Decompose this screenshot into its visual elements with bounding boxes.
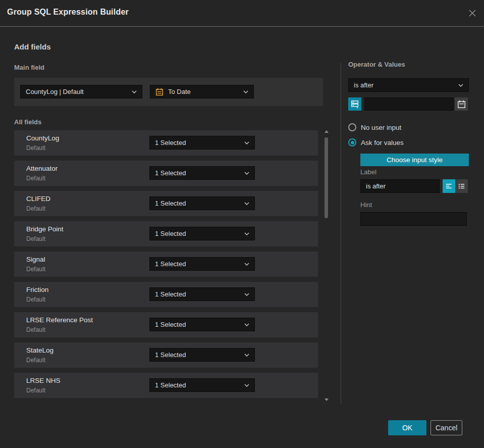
align-left-icon <box>445 182 453 190</box>
list-item: StateLog Default 1 Selected <box>14 342 318 368</box>
list-item: CountyLog Default 1 Selected <box>14 130 318 156</box>
value-input[interactable] <box>364 97 454 111</box>
field-values-select-value: 1 Selected <box>155 290 186 298</box>
list-scrollbar <box>324 129 330 402</box>
close-button[interactable] <box>467 8 478 19</box>
field-values-select[interactable]: 1 Selected <box>149 196 255 210</box>
dialog-title: Group SQL Expression Builder <box>7 8 129 17</box>
field-subtitle: Default <box>26 235 45 242</box>
bulleted-list-icon <box>458 182 465 190</box>
list-item: Signal Default 1 Selected <box>14 252 318 277</box>
field-values-select[interactable]: 1 Selected <box>149 227 255 240</box>
field-subtitle: Default <box>26 175 45 182</box>
calendar-picker-button[interactable] <box>455 97 468 111</box>
chevron-down-icon <box>244 323 249 326</box>
label-input[interactable] <box>360 179 440 193</box>
radio-ask-for-values[interactable]: Ask for values <box>348 138 404 146</box>
list-item: Friction Default 1 Selected <box>14 282 318 307</box>
list-item: Attenuator Default 1 Selected <box>14 161 318 186</box>
field-name: Attenuator <box>26 165 58 172</box>
field-subtitle: Default <box>26 266 45 273</box>
radio-ask-for-values-label: Ask for values <box>361 139 404 146</box>
field-values-select[interactable]: 1 Selected <box>149 348 255 362</box>
radio-no-user-input[interactable]: No user input <box>348 123 401 131</box>
calendar-icon <box>155 88 164 96</box>
chevron-down-icon <box>244 263 249 266</box>
hint-input[interactable] <box>360 212 467 226</box>
dialog-titlebar: Group SQL Expression Builder <box>0 0 484 27</box>
field-values-select[interactable]: 1 Selected <box>149 166 255 180</box>
input-type-button[interactable] <box>348 97 361 111</box>
list-item: CLIFED Default 1 Selected <box>14 191 318 216</box>
ok-button[interactable]: OK <box>388 420 426 435</box>
main-field-select[interactable]: CountyLog | Default <box>20 85 142 98</box>
field-name: LRSE Reference Post <box>26 316 93 324</box>
stacked-rows-icon <box>350 99 359 109</box>
field-values-select-value: 1 Selected <box>155 260 186 268</box>
operator-select-value: is after <box>354 81 373 89</box>
all-fields-label: All fields <box>14 118 41 126</box>
field-subtitle: Default <box>26 387 45 394</box>
chevron-down-icon <box>244 202 249 205</box>
radio-no-user-input-label: No user input <box>361 124 401 131</box>
chevron-down-icon <box>458 84 463 87</box>
chevron-down-icon <box>244 293 249 296</box>
chevron-down-icon <box>244 384 249 387</box>
hint-field-label: Hint <box>360 201 372 209</box>
radio-circle-icon <box>348 123 356 131</box>
field-subtitle: Default <box>26 296 45 303</box>
chevron-down-icon <box>132 90 137 93</box>
chevron-down-icon <box>243 90 248 93</box>
field-subtitle: Default <box>26 357 45 364</box>
field-values-select[interactable]: 1 Selected <box>149 136 255 150</box>
field-name: StateLog <box>26 346 53 354</box>
main-field-label: Main field <box>14 64 44 71</box>
field-name: CountyLog <box>26 134 59 142</box>
field-values-select-value: 1 Selected <box>155 321 186 328</box>
field-name: Friction <box>26 286 48 293</box>
field-name: CLIFED <box>26 195 50 203</box>
radio-circle-checked-icon <box>348 138 356 146</box>
scroll-up-icon[interactable] <box>325 130 329 133</box>
close-icon <box>467 8 477 18</box>
field-subtitle: Default <box>26 205 45 212</box>
list-style-button[interactable] <box>455 179 468 193</box>
field-values-select-value: 1 Selected <box>155 200 186 207</box>
cancel-button[interactable]: Cancel <box>431 420 462 435</box>
field-name: Bridge Point <box>26 225 64 233</box>
list-item: LRSE NHS Default 1 Selected <box>14 373 318 398</box>
field-values-select-value: 1 Selected <box>155 381 186 389</box>
field-values-select-value: 1 Selected <box>155 169 186 177</box>
field-values-select[interactable]: 1 Selected <box>149 287 255 301</box>
field-subtitle: Default <box>26 144 45 152</box>
all-fields-list: CountyLog Default 1 Selected Attenuator … <box>14 130 318 401</box>
field-name: Signal <box>26 256 45 263</box>
chevron-down-icon <box>244 172 249 175</box>
scroll-down-icon[interactable] <box>325 399 329 401</box>
operator-select[interactable]: is after <box>348 78 469 92</box>
panel-divider <box>341 63 341 404</box>
field-name: LRSE NHS <box>26 377 61 384</box>
list-item: LRSE Reference Post Default 1 Selected <box>14 312 318 337</box>
date-field-select[interactable]: To Date <box>150 85 254 98</box>
scrollbar-thumb[interactable] <box>325 137 328 218</box>
field-values-select-value: 1 Selected <box>155 351 186 359</box>
field-values-select[interactable]: 1 Selected <box>149 378 255 392</box>
operator-values-heading: Operator & Values <box>348 61 405 68</box>
calendar-icon <box>457 100 466 109</box>
choose-input-style-button[interactable]: Choose input style <box>360 154 469 166</box>
label-field-label: Label <box>360 168 377 176</box>
date-field-select-value: To Date <box>168 88 191 95</box>
list-item: Bridge Point Default 1 Selected <box>14 221 318 246</box>
chevron-down-icon <box>244 354 249 357</box>
field-subtitle: Default <box>26 326 45 333</box>
field-values-select-value: 1 Selected <box>155 139 186 146</box>
single-line-style-button[interactable] <box>443 179 455 193</box>
field-values-select-value: 1 Selected <box>155 230 186 237</box>
chevron-down-icon <box>244 232 249 235</box>
main-field-bar: CountyLog | Default To Date <box>14 78 323 106</box>
field-values-select[interactable]: 1 Selected <box>149 318 255 331</box>
field-values-select[interactable]: 1 Selected <box>149 257 255 271</box>
chevron-down-icon <box>244 141 249 144</box>
add-fields-heading: Add fields <box>14 42 51 51</box>
